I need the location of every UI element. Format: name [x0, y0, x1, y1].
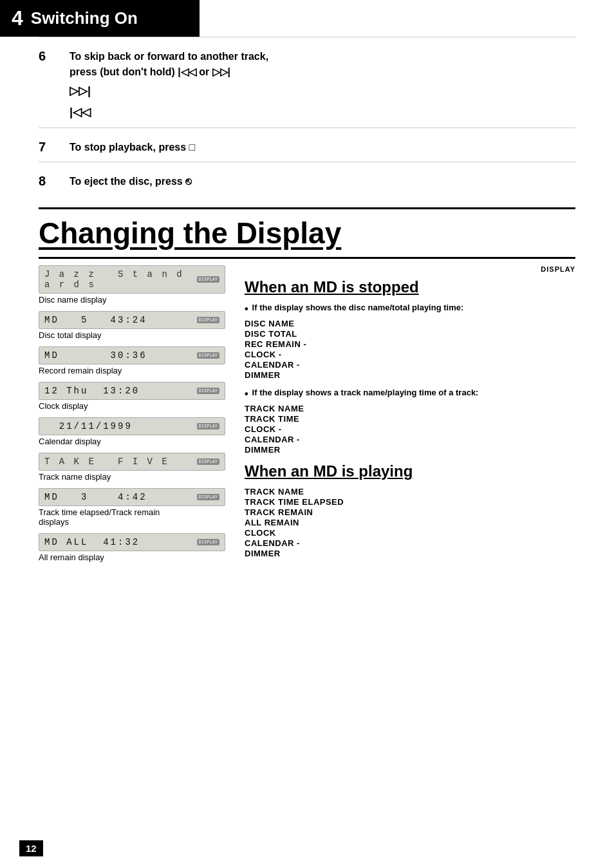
page-number: 12	[19, 840, 43, 856]
chapter-number: 4	[12, 6, 23, 30]
instruction-6: 6 To skip back or forward to another tra…	[39, 37, 575, 127]
display-button-6[interactable]: DISPLAY	[197, 458, 219, 465]
list-track-time: TRACK TIME	[245, 414, 575, 424]
bullet-disc-name-text: If the display shows the disc name/total…	[252, 303, 464, 312]
instruction-text-7: To stop playback, press □	[70, 140, 195, 155]
all-remain-display-label: All remain display	[39, 552, 225, 562]
lcd-text-track-time: MD 3 4:42	[44, 492, 147, 502]
disc-name-display-label: Disc name display	[39, 295, 225, 305]
lcd-clock: 12 Thu 13:20 DISPLAY	[39, 382, 225, 400]
display-button-5[interactable]: DISPLAY	[197, 423, 219, 429]
display-right-label: DISPLAY	[245, 265, 575, 273]
lcd-text-disc-name: J a z z S t a n d a r d s	[44, 269, 193, 290]
lcd-display-column: J a z z S t a n d a r d s DISPLAY Disc n…	[39, 265, 225, 569]
display-button-8[interactable]: DISPLAY	[197, 539, 219, 545]
display-button-4[interactable]: DISPLAY	[197, 388, 219, 394]
disc-name-list: DISC NAME DISC TOTAL REC REMAIN - CLOCK …	[245, 319, 575, 380]
instruction-number-6: 6	[39, 49, 57, 64]
display-button-1[interactable]: DISPLAY	[197, 276, 219, 283]
instruction-text-6: To skip back or forward to another track…	[70, 49, 268, 121]
lcd-disc-total: MD 5 43:24 DISPLAY	[39, 311, 225, 329]
clock-display-label: Clock display	[39, 401, 225, 411]
when-playing-title: When an MD is playing	[245, 462, 575, 480]
chapter-title: Switching On	[31, 8, 138, 28]
instruction-7: 7 To stop playback, press □	[39, 127, 575, 162]
playing-list: TRACK NAME TRACK TIME ELAPSED TRACK REMA…	[245, 487, 575, 558]
forward-icon: ▷▷|	[70, 82, 268, 100]
lcd-rec-remain: MD 30:36 DISPLAY	[39, 346, 225, 364]
bullet-track-name: If the display shows a track name/playin…	[245, 388, 575, 400]
when-stopped-section: When an MD is stopped If the display sho…	[245, 278, 575, 455]
track-name-display-label: Track name display	[39, 472, 225, 482]
lcd-text-clock: 12 Thu 13:20	[44, 386, 140, 396]
instruction-number-7: 7	[39, 140, 57, 155]
list-play-dimmer: DIMMER	[245, 549, 575, 558]
list-dimmer-2: DIMMER	[245, 445, 575, 455]
list-play-all-remain: ALL REMAIN	[245, 518, 575, 527]
list-track-name: TRACK NAME	[245, 404, 575, 413]
lcd-track-name: T A K E F I V E DISPLAY	[39, 453, 225, 471]
bullet-track-name-text: If the display shows a track name/playin…	[252, 388, 479, 397]
list-disc-name: DISC NAME	[245, 319, 575, 328]
track-time-display-label: Track time elapsed/Track remaindisplays	[39, 507, 225, 527]
display-button-2[interactable]: DISPLAY	[197, 317, 219, 323]
disc-total-display-label: Disc total display	[39, 330, 225, 340]
lcd-calendar: 21/11/1999 DISPLAY	[39, 417, 225, 435]
lcd-text-disc-total: MD 5 43:24	[44, 315, 147, 325]
list-calendar-1: CALENDAR -	[245, 360, 575, 370]
list-rec-remain: REC REMAIN -	[245, 339, 575, 349]
list-clock-1: CLOCK -	[245, 350, 575, 359]
calendar-display-label: Calendar display	[39, 437, 225, 446]
lcd-text-calendar: 21/11/1999	[44, 421, 133, 431]
lcd-text-rec-remain: MD 30:36	[44, 350, 147, 361]
lcd-track-time: MD 3 4:42 DISPLAY	[39, 488, 225, 506]
two-col-layout: J a z z S t a n d a r d s DISPLAY Disc n…	[39, 265, 575, 569]
display-button-3[interactable]: DISPLAY	[197, 352, 219, 359]
section-title-block: Changing the Display	[39, 207, 575, 259]
rec-remain-display-label: Record remain display	[39, 366, 225, 375]
list-play-calendar: CALENDAR -	[245, 538, 575, 548]
info-column: DISPLAY When an MD is stopped If the dis…	[245, 265, 575, 569]
track-name-list: TRACK NAME TRACK TIME CLOCK - CALENDAR -…	[245, 404, 575, 455]
list-clock-2: CLOCK -	[245, 424, 575, 434]
list-play-track-remain: TRACK REMAIN	[245, 507, 575, 517]
when-stopped-title: When an MD is stopped	[245, 278, 575, 296]
instruction-text-8: To eject the disc, press ⎋	[70, 174, 192, 189]
when-playing-section: When an MD is playing TRACK NAME TRACK T…	[245, 462, 575, 558]
lcd-all-remain: MD ALL 41:32 DISPLAY	[39, 533, 225, 551]
list-calendar-2: CALENDAR -	[245, 435, 575, 444]
section-title: Changing the Display	[39, 216, 575, 250]
list-play-track-name: TRACK NAME	[245, 487, 575, 496]
list-disc-total: DISC TOTAL	[245, 329, 575, 339]
list-dimmer-1: DIMMER	[245, 370, 575, 380]
back-icon: |◁◁	[70, 104, 268, 121]
lcd-text-track-name: T A K E F I V E	[44, 457, 169, 467]
lcd-text-all-remain: MD ALL 41:32	[44, 537, 140, 547]
instruction-8: 8 To eject the disc, press ⎋	[39, 162, 575, 196]
list-play-clock: CLOCK	[245, 528, 575, 538]
lcd-disc-name: J a z z S t a n d a r d s DISPLAY	[39, 265, 225, 294]
display-button-7[interactable]: DISPLAY	[197, 494, 219, 500]
chapter-header: 4 Switching On	[0, 0, 200, 37]
instruction-number-8: 8	[39, 174, 57, 189]
bullet-disc-name: If the display shows the disc name/total…	[245, 303, 575, 315]
list-play-track-time-elapsed: TRACK TIME ELAPSED	[245, 497, 575, 507]
